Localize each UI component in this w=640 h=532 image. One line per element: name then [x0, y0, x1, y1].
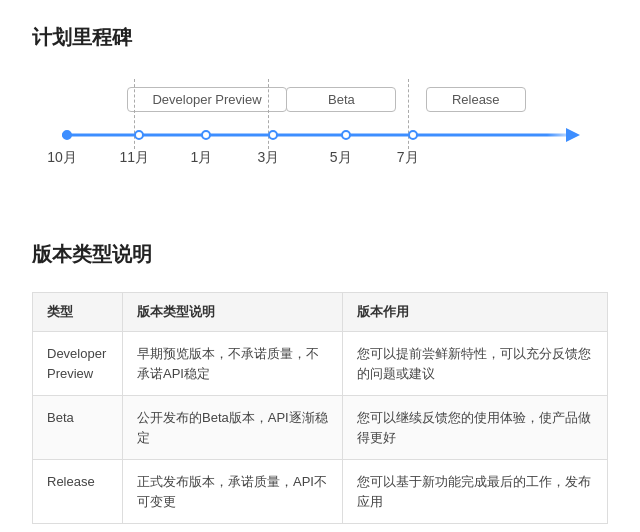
version-table: 类型 版本类型说明 版本作用 Developer Preview 早期预览版本，… — [32, 292, 608, 524]
phase-labels: Developer Preview Beta Release — [52, 85, 588, 121]
desc-cell-0: 早期预览版本，不承诺质量，不承诺API稳定 — [123, 332, 343, 396]
timeline-container: Developer Preview Beta Release — [32, 75, 608, 201]
table-row: Release 正式发布版本，承诺质量，API不可变更 您可以基于新功能完成最后… — [33, 460, 608, 524]
type-cell-0: Developer Preview — [33, 332, 123, 396]
type-cell-1: Beta — [33, 396, 123, 460]
dot-0 — [62, 130, 72, 140]
phase-release: Release — [426, 87, 526, 112]
month-5: 5月 — [330, 149, 352, 167]
timeline-track — [62, 125, 578, 145]
desc-cell-1: 公开发布的Beta版本，API逐渐稳定 — [123, 396, 343, 460]
desc-cell-2: 正式发布版本，承诺质量，API不可变更 — [123, 460, 343, 524]
version-type-title: 版本类型说明 — [32, 241, 608, 268]
month-1: 1月 — [190, 149, 212, 167]
table-row: Developer Preview 早期预览版本，不承诺质量，不承诺API稳定 … — [33, 332, 608, 396]
month-10: 10月 — [47, 149, 77, 167]
table-row: Beta 公开发布的Beta版本，API逐渐稳定 您可以继续反馈您的使用体验，使… — [33, 396, 608, 460]
dot-5 — [408, 130, 418, 140]
milestone-section: 计划里程碑 Developer Preview Beta Release — [32, 24, 608, 201]
month-labels: 10月 11月 1月 3月 5月 7月 — [62, 149, 578, 171]
type-cell-2: Release — [33, 460, 123, 524]
month-3: 3月 — [257, 149, 279, 167]
header-desc: 版本类型说明 — [123, 293, 343, 332]
phase-beta: Beta — [286, 87, 396, 112]
timeline-arrow — [566, 128, 580, 142]
use-cell-1: 您可以继续反馈您的使用体验，使产品做得更好 — [343, 396, 608, 460]
dot-3 — [268, 130, 278, 140]
phase-developer-preview: Developer Preview — [127, 87, 287, 112]
header-type: 类型 — [33, 293, 123, 332]
month-11: 11月 — [119, 149, 149, 167]
use-cell-2: 您可以基于新功能完成最后的工作，发布应用 — [343, 460, 608, 524]
dot-2 — [201, 130, 211, 140]
dot-1 — [134, 130, 144, 140]
month-7: 7月 — [397, 149, 419, 167]
milestone-title: 计划里程碑 — [32, 24, 608, 51]
header-use: 版本作用 — [343, 293, 608, 332]
dot-4 — [341, 130, 351, 140]
use-cell-0: 您可以提前尝鲜新特性，可以充分反馈您的问题或建议 — [343, 332, 608, 396]
version-section: 版本类型说明 下载集 xzji.com 类型 版本类型说明 版本作用 Devel… — [32, 241, 608, 524]
